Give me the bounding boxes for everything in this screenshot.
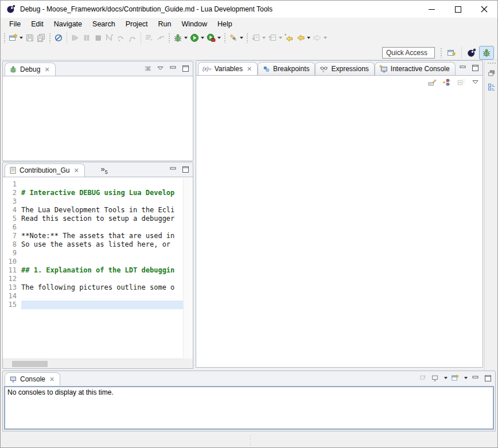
external-tools-button[interactable] [205,32,222,44]
editor-overflow-chevron[interactable]: »5 [101,165,108,175]
horizontal-scroll-thumb[interactable] [12,361,48,367]
variables-view-menu-icon[interactable] [470,77,480,87]
terminate-button[interactable] [92,32,104,44]
editor-line[interactable]: 1 [3,180,183,189]
trim-drag-handle[interactable] [487,62,496,65]
tab-interactive-console-label: Interactive Console [391,65,450,73]
last-edit-location-button[interactable]: * [283,32,295,44]
maximize-window-button[interactable] [445,1,471,18]
pin-console-icon[interactable] [417,373,427,383]
edit-watch-expression-icon[interactable] [427,77,437,87]
quick-access-input[interactable]: Quick Access [382,47,435,59]
tab-contribution-guide-close-icon[interactable]: ✕ [73,167,79,174]
menu-run[interactable]: Run [153,19,177,29]
menu-file[interactable]: File [4,19,26,29]
editor-line[interactable]: 2# Interactive DEBUG using Lua Develop [3,189,183,197]
toolbar-drag-handle[interactable] [3,33,6,43]
tab-interactive-console[interactable]: Interactive Console [375,62,456,75]
menu-edit[interactable]: Edit [26,19,49,29]
tab-console-close-icon[interactable]: ✕ [49,376,55,383]
tab-expressions[interactable]: x Expressions [315,62,374,75]
debug-button[interactable] [172,32,189,44]
suspend-button[interactable] [81,32,92,44]
tab-variables-close-icon[interactable]: ✕ [247,65,252,73]
display-console-menu-caret[interactable] [444,377,448,379]
editor-line[interactable]: 13The following pictures outline some o [3,283,183,292]
menu-navigate[interactable]: Navigate [49,19,87,29]
toolbar-drag-handle[interactable] [246,33,248,43]
variables-minimize-icon[interactable] [457,63,468,72]
open-console-icon[interactable] [450,373,460,383]
variables-maximize-icon[interactable] [470,63,480,72]
editor-vertical-scrollbar[interactable] [183,178,193,359]
marker-pen-button[interactable] [228,32,244,44]
forward-button[interactable] [312,32,328,44]
menu-project[interactable]: Project [120,19,153,29]
show-logical-structure-icon[interactable] [441,77,452,87]
next-annotation-button[interactable] [250,32,267,44]
save-button[interactable] [24,32,36,44]
debug-view-minimize-icon[interactable] [168,64,178,73]
editor-line[interactable]: 5Read this section to setup a debugger [3,215,183,223]
resume-button[interactable] [69,32,81,44]
skip-all-breakpoints-button[interactable] [53,32,64,44]
editor-maximize-icon[interactable] [180,165,190,174]
close-window-button[interactable] [471,1,497,18]
debug-view-maximize-icon[interactable] [180,64,190,73]
console-minimize-icon[interactable] [470,373,480,383]
editor-line[interactable]: 3 [3,197,183,206]
line-number: 12 [3,275,21,283]
collapse-all-icon[interactable] [456,77,466,87]
editor-line[interactable]: 12 [3,275,183,283]
tab-debug[interactable]: Debug ✕ [5,63,56,76]
run-button[interactable] [189,32,205,44]
toolbar-drag-handle[interactable] [49,33,51,43]
save-all-button[interactable] [36,32,47,44]
status-bar-drag-handle[interactable] [249,435,252,446]
new-wizard-button[interactable] [7,32,24,44]
editor-line[interactable]: 7**Note:** The assets that are used in [3,232,183,240]
minimize-window-button[interactable] [418,1,445,18]
menu-window[interactable]: Window [177,19,212,29]
perspective-bar-drag-handle[interactable] [440,48,442,58]
console-maximize-icon[interactable] [483,373,493,383]
editor-minimize-icon[interactable] [168,165,178,174]
previous-annotation-button[interactable] [267,32,283,44]
tab-console[interactable]: Console ✕ [5,372,60,385]
debug-view-menu-icon[interactable] [155,64,165,73]
editor-line[interactable]: 9 [3,249,183,258]
editor-lines[interactable]: 12# Interactive DEBUG using Lua Develop3… [3,177,183,309]
editor-line[interactable]: 4The Lua Development Tools in the Ecli [3,206,183,215]
editor-line[interactable]: 6 [3,223,183,232]
menu-search[interactable]: Search [87,19,120,29]
debug-bug-icon [9,65,17,73]
tab-contribution-guide[interactable]: Contribution_Gu ✕ [5,163,85,177]
restore-view-icon[interactable] [487,68,497,77]
step-over-button[interactable] [115,32,127,44]
step-return-button[interactable] [127,32,138,44]
menu-help[interactable]: Help [212,19,238,29]
outline-view-icon[interactable] [487,82,497,91]
toolbar-drag-handle[interactable] [224,33,226,43]
remove-all-terminated-button[interactable] [142,64,153,73]
editor-content[interactable]: 12# Interactive DEBUG using Lua Develop3… [3,177,193,368]
use-step-filters-button[interactable] [155,32,166,44]
drop-to-frame-button[interactable] [143,32,155,44]
display-selected-console-icon[interactable] [430,373,440,383]
editor-line[interactable]: 10 [3,258,183,266]
back-button[interactable] [295,32,312,44]
lua-perspective-button[interactable] [464,46,479,60]
debug-perspective-button[interactable] [479,46,494,60]
tab-breakpoints[interactable]: Breakpoints [258,62,315,75]
step-into-button[interactable] [104,32,115,44]
editor-line[interactable]: 8So use the assets as listed here, or [3,240,183,249]
toolbar-drag-handle[interactable] [168,33,170,43]
tab-debug-close-icon[interactable]: ✕ [44,66,49,73]
editor-line[interactable]: 11## 1. Explanation of the LDT debuggin [3,266,183,275]
editor-horizontal-scrollbar[interactable] [3,359,183,368]
editor-line[interactable]: 15 [3,301,183,309]
open-perspective-button[interactable] [444,46,459,60]
tab-variables[interactable]: (x)= Variables ✕ [198,62,258,75]
editor-line[interactable]: 14 [3,292,183,301]
open-console-menu-caret[interactable] [464,377,468,379]
